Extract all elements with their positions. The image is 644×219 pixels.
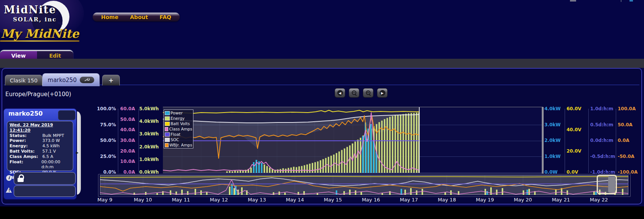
zoom-in-button[interactable]: + (363, 88, 374, 98)
pan-right-button[interactable]: ▶ (377, 88, 388, 98)
warning-icon-bang: ! (8, 188, 10, 193)
axis-tick-label: 1.0kWh (134, 157, 159, 162)
nav-item-faq[interactable]: FAQ (159, 14, 171, 20)
header-divider-strip (0, 59, 644, 68)
date-label: May 11 (172, 197, 190, 203)
axis-separator (588, 109, 589, 173)
axis-tick-label: 1.0d:h:m (590, 106, 615, 111)
plot-top-border (163, 107, 543, 107)
axis-separator (138, 109, 139, 173)
axis-tick-label: 1.0kW (544, 154, 564, 159)
truncated-toolbar-icon (570, 0, 576, 2)
device-status-panel: marko250 Wed, 22 May 2019 12:41:20 Statu… (3, 108, 77, 200)
axis-tick-label: 50.0% (89, 138, 116, 143)
overview-chart[interactable] (100, 175, 628, 195)
pan-right-icon: ▶ (380, 90, 385, 96)
date-label: May 18 (438, 197, 456, 203)
pan-left-icon: ◀ (337, 90, 343, 96)
main-chart-plot (163, 107, 542, 173)
status-row: Class Amps:6.5 A (10, 154, 73, 159)
truncated-divider (621, 0, 621, 2)
device-tab-marko250[interactable]: marko250 (42, 73, 100, 86)
date-label: May 12 (210, 197, 228, 203)
axis-tick-label: 2.0kW (544, 138, 564, 143)
status-panel-title: marko250 (8, 110, 43, 117)
date-label: May 20 (514, 197, 532, 203)
axis-kwh: 5.0kWh4.0kWh3.0kWh2.0kWh1.0kWh0.0kWh (134, 106, 159, 175)
date-label: May 22 (590, 197, 608, 203)
logo-text-solar: SOLAR, inc (13, 16, 57, 23)
legend-item: Float (165, 132, 192, 137)
axis-tick-label: 0.0A (618, 138, 641, 143)
date-label: May 14 (286, 197, 304, 203)
current-time-cursor (419, 107, 420, 173)
axis-float-time: 1.0d:h:m0.5d:h:m0.0d:h:m-0.5d:h:m-1.0d:h… (590, 106, 615, 175)
plot-bottom-border (163, 173, 542, 173)
axis-tick-label: 4.0kWh (134, 119, 159, 124)
device-tab-marko250-label: marko250 (48, 77, 77, 84)
lock-icon (18, 174, 24, 182)
lock-status-box[interactable] (14, 172, 76, 185)
add-device-tab[interactable]: + (102, 75, 120, 85)
axis-tick-label: 40.0V (567, 127, 586, 132)
axis-tick-label: -0.5d:h:m (590, 154, 615, 159)
axis-tick-label: -50.0A (618, 154, 641, 159)
device-settings-button[interactable] (80, 77, 94, 83)
panel-expander-arrow[interactable]: ▶ (76, 151, 79, 155)
overview-selection-handle[interactable] (608, 176, 615, 193)
date-label: May 9 (97, 197, 112, 203)
legend-item: SOC (165, 137, 192, 142)
axis-amps-right: 100.0A50.0A0.0A-50.0A-100.0A (618, 106, 641, 175)
date-label: May 16 (362, 197, 380, 203)
chart-legend: PowerEnergyBatt VoltsClass AmpsFloatSOCW… (164, 109, 193, 148)
legend-item: Energy (165, 116, 192, 121)
zoom-out-button[interactable]: − (349, 88, 359, 98)
axis-kw: 4.0kW3.0kW2.0kW1.0kW0.0W (544, 106, 564, 175)
status-row: Power:373.0 W (10, 138, 73, 143)
axis-tick-label: 2.0kWh (134, 144, 159, 150)
legend-swatch (165, 111, 170, 115)
pan-left-button[interactable]: ◀ (335, 88, 345, 98)
axis-tick-label: 60.0V (567, 106, 586, 111)
axis-tick-label: 100.0% (89, 106, 116, 111)
device-tab-clasik150[interactable]: Clasik 150 (5, 75, 42, 85)
my-midnite-wordmark: My MidNite (1, 27, 79, 40)
axis-tick-label: 0.0d:h:m (590, 138, 615, 143)
logo-text-midnite: MidNite (4, 4, 56, 16)
axis-tick-label: 25.0% (89, 154, 116, 159)
truncated-blue-icon (630, 0, 633, 2)
axis-volts: 60.0V40.0V20.0V0.0V (567, 106, 586, 175)
legend-swatch (165, 132, 170, 137)
info-icon: i (6, 175, 12, 181)
axis-tick-label: 100.0A (618, 106, 641, 111)
status-row: Energy:4.5 kWh (10, 143, 73, 149)
wordmark-underline (0, 40, 79, 42)
page-bottom-void (0, 206, 644, 219)
status-row: Status:Bulk MPPT (10, 133, 73, 138)
nav-item-home[interactable]: Home (101, 14, 118, 20)
date-label: May 13 (248, 197, 266, 203)
axis-tick-label: 3.0kW (544, 122, 564, 127)
date-label: May 10 (134, 197, 152, 203)
status-row: Batt Volts:57.1 V (10, 149, 73, 154)
axis-percent: 100.0%75.0%50.0%25.0%0.0% (89, 106, 116, 175)
legend-swatch (165, 127, 168, 131)
legend-swatch (165, 138, 170, 142)
wrench-icon (84, 78, 90, 82)
legend-item: WBJr. Amps (165, 142, 192, 148)
date-label: May 21 (552, 197, 570, 203)
axis-tick-label: 0.5d:h:m (590, 122, 615, 127)
status-panel-slot (58, 110, 76, 120)
zoom-in-icon: + (366, 90, 371, 95)
axis-tick-label: 75.0% (89, 122, 116, 127)
chart-controls: ◀−+▶ (335, 88, 388, 98)
legend-swatch (165, 143, 169, 147)
legend-swatch (165, 122, 170, 126)
date-label: May 19 (476, 197, 494, 203)
status-readings-box: Wed, 22 May 2019 12:41:20 Status:Bulk MP… (7, 121, 73, 171)
axis-tick-label: 50.0A (618, 122, 641, 127)
axis-tick-label: 3.0kWh (134, 131, 159, 137)
axis-separator (616, 109, 616, 173)
nav-item-about[interactable]: About (130, 14, 148, 20)
status-row: Float:00:00:00 d:h:m (10, 159, 73, 170)
